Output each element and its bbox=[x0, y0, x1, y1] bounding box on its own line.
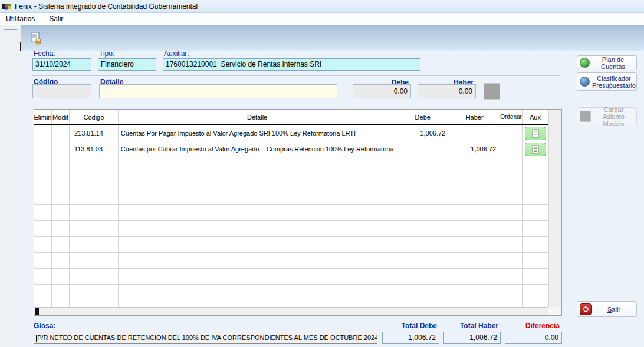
cell-aux bbox=[523, 157, 548, 173]
cell-detalle bbox=[119, 237, 396, 252]
vertical-scrollbar[interactable] bbox=[548, 110, 561, 307]
toolbar bbox=[21, 25, 644, 51]
cell-codigo bbox=[70, 253, 119, 268]
header-codigo: Código bbox=[70, 110, 119, 124]
separator-line bbox=[32, 75, 561, 76]
clasificador-presupuestario-button[interactable]: ClasificadorPresupuestario bbox=[577, 72, 637, 91]
table-row bbox=[34, 253, 548, 269]
cell-ordenar bbox=[500, 157, 523, 173]
cell-elimin bbox=[34, 125, 52, 141]
detalle-input[interactable] bbox=[99, 84, 337, 98]
haber-input[interactable]: 0.00 bbox=[418, 84, 476, 98]
cell-aux bbox=[523, 269, 548, 284]
total-debe-label: Total Debe bbox=[382, 322, 437, 330]
cell-modif bbox=[52, 157, 70, 173]
auxiliar-label: Auxiliar: bbox=[164, 49, 189, 58]
total-debe-value: 1,006.72 bbox=[382, 332, 439, 344]
cell-ordenar bbox=[500, 221, 523, 236]
app-icon bbox=[2, 2, 12, 11]
cell-aux bbox=[523, 205, 548, 220]
entry-action-button[interactable] bbox=[484, 83, 500, 100]
new-entry-button[interactable] bbox=[28, 30, 44, 47]
cell-aux bbox=[523, 285, 548, 300]
glosa-input[interactable]: P/R NETEO DE CUENTAS DE RETENCION DEL 10… bbox=[34, 332, 377, 344]
codigo-input[interactable] bbox=[32, 84, 91, 98]
table-row bbox=[34, 300, 548, 307]
cargar-asiento-modelo-button[interactable]: Cargar AsientoModelo bbox=[577, 107, 637, 125]
cell-elimin bbox=[34, 285, 52, 300]
cell-aux bbox=[523, 189, 548, 204]
horizontal-scrollbar[interactable] bbox=[34, 307, 548, 315]
header-debe: Debe bbox=[396, 110, 449, 124]
cell-detalle bbox=[119, 285, 396, 300]
menu-utilitarios[interactable]: Utilitarios bbox=[5, 14, 36, 24]
cell-ordenar bbox=[500, 237, 523, 252]
cell-codigo bbox=[70, 205, 119, 220]
header-ordenar: Ordenar bbox=[500, 110, 523, 124]
scrollbar-corner bbox=[548, 307, 561, 315]
cell-detalle: Cuentas por Cobrar Impuesto al Valor Agr… bbox=[119, 141, 396, 157]
menu-bar: Utilitarios Salir bbox=[0, 13, 644, 25]
cell-codigo bbox=[70, 300, 119, 307]
aux-button[interactable] bbox=[525, 143, 546, 156]
cell-ordenar bbox=[500, 205, 523, 220]
cell-modif bbox=[52, 253, 70, 268]
tipo-input[interactable]: Financiero bbox=[98, 58, 156, 71]
salir-button[interactable]: Salir bbox=[577, 301, 637, 317]
cell-debe bbox=[396, 221, 449, 236]
cell-codigo bbox=[70, 237, 119, 252]
total-haber-label: Total Haber bbox=[443, 322, 498, 330]
cell-ordenar bbox=[500, 269, 523, 284]
fecha-label: Fecha: bbox=[34, 49, 55, 58]
table-row bbox=[34, 285, 548, 300]
cell-detalle bbox=[119, 173, 396, 189]
aux-button[interactable] bbox=[525, 127, 546, 140]
plan-de-cuentas-label: Plan de Cuentas bbox=[592, 56, 634, 70]
cell-codigo bbox=[70, 157, 119, 173]
cell-ordenar bbox=[500, 125, 523, 141]
header-haber: Haber bbox=[449, 110, 500, 124]
cell-modif bbox=[52, 269, 70, 284]
cell-detalle bbox=[119, 157, 396, 173]
cell-codigo bbox=[70, 285, 119, 300]
splitter-grip[interactable] bbox=[4, 28, 17, 30]
header-elimin: Elimin bbox=[34, 110, 52, 124]
title-bar: Fenix - Sistema Integrado de Contabilida… bbox=[0, 0, 644, 13]
gray-square-icon bbox=[580, 111, 591, 122]
green-sphere-icon bbox=[580, 58, 590, 68]
horizontal-scrollbar-thumb[interactable] bbox=[35, 308, 39, 315]
cell-debe bbox=[396, 173, 449, 189]
header-aux: Aux bbox=[523, 110, 548, 124]
plan-de-cuentas-button[interactable]: Plan de Cuentas bbox=[577, 55, 637, 70]
debe-input[interactable]: 0.00 bbox=[353, 84, 411, 98]
cell-aux bbox=[523, 141, 548, 157]
table-row bbox=[34, 237, 548, 253]
table-row bbox=[34, 269, 548, 285]
cell-aux bbox=[523, 300, 548, 307]
cell-modif bbox=[52, 221, 70, 236]
cell-elimin bbox=[34, 269, 52, 284]
table-row[interactable]: 113.81.03Cuentas por Cobrar Impuesto al … bbox=[34, 141, 548, 157]
cell-modif bbox=[52, 125, 70, 141]
clasificador-label: ClasificadorPresupuestario bbox=[592, 75, 636, 89]
fecha-input[interactable]: 31/10/2024 bbox=[32, 58, 91, 71]
cell-elimin bbox=[34, 189, 52, 204]
left-panel-strip[interactable] bbox=[0, 25, 21, 347]
blue-sphere-icon bbox=[580, 77, 590, 87]
salir-label: Salir bbox=[594, 306, 634, 313]
cell-debe bbox=[396, 157, 449, 173]
table-row[interactable]: 213.81.14Cuentas Por Pagar Impuesto al V… bbox=[34, 125, 548, 141]
cell-modif bbox=[52, 285, 70, 300]
cell-haber bbox=[449, 253, 500, 268]
cell-codigo bbox=[70, 189, 119, 204]
cell-elimin bbox=[34, 221, 52, 236]
cell-haber bbox=[449, 125, 500, 141]
menu-salir[interactable]: Salir bbox=[48, 14, 64, 24]
cell-debe bbox=[396, 285, 449, 300]
cell-haber bbox=[449, 157, 500, 173]
cell-detalle bbox=[119, 221, 396, 236]
window-title: Fenix - Sistema Integrado de Contabilida… bbox=[15, 2, 198, 11]
cell-haber bbox=[449, 269, 500, 284]
cell-elimin bbox=[34, 157, 52, 173]
auxiliar-input[interactable]: 1760013210001 Servicio de Rentas Interna… bbox=[163, 58, 420, 71]
